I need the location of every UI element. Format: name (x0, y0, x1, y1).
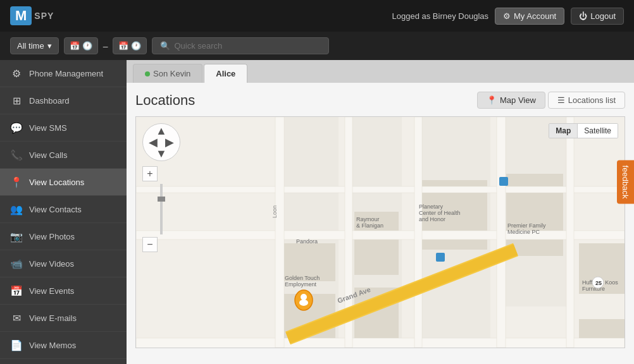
svg-rect-10 (506, 174, 563, 256)
time-range-label: All time (17, 41, 44, 51)
sidebar-item-view-contacts[interactable]: 👥 View Contacts (0, 196, 127, 223)
sidebar-label: View Photos (29, 232, 75, 241)
gear-icon: ⚙ (10, 67, 23, 80)
sidebar-item-view-emails[interactable]: ✉ View E-mails (0, 305, 127, 332)
svg-rect-29 (275, 117, 284, 348)
sidebar-item-view-locations[interactable]: 📍 View Locations (0, 169, 127, 196)
location-icon: 📍 (10, 176, 23, 188)
page-header: Locations 📍 Map View ☰ Locations list (135, 92, 625, 109)
page-title: Locations (135, 92, 195, 109)
map-type-map-button[interactable]: Map (549, 124, 577, 138)
logo-spy: SPY (34, 11, 54, 21)
map-svg: Grand Ave Queens Blvd 53rd Ave Golden To… (136, 117, 625, 348)
search-icon: 🔍 (160, 41, 170, 51)
sidebar-item-view-videos[interactable]: 📹 View Videos (0, 250, 127, 277)
map-view-label: Map View (500, 95, 536, 105)
svg-text:Planetary: Planetary (419, 203, 444, 210)
logged-as-label: Logged as Birney Douglas (392, 11, 489, 21)
tab-label: Alice (216, 69, 235, 78)
page-content: Locations 📍 Map View ☰ Locations list (127, 83, 634, 364)
svg-text:& Flanigan: & Flanigan (356, 222, 383, 229)
logout-label: Logout (590, 11, 616, 21)
clock-icon: 🕐 (131, 41, 141, 51)
zoom-slider[interactable] (160, 184, 163, 234)
contacts-icon: 👥 (10, 203, 23, 215)
sidebar-label: View Memos (29, 341, 76, 350)
map-view-button[interactable]: 📍 Map View (477, 92, 545, 109)
tab-label: Son Kevin (153, 69, 190, 78)
svg-text:Medicine PC: Medicine PC (507, 229, 540, 235)
sidebar-label: View Calls (29, 150, 67, 160)
tab-alice[interactable]: Alice (204, 64, 247, 83)
sidebar-label: View Events (29, 286, 74, 296)
logo: M SPY (10, 6, 54, 25)
svg-rect-32 (497, 117, 506, 348)
svg-rect-31 (414, 117, 422, 348)
zoom-out-button[interactable]: − (142, 237, 158, 252)
gear-icon: ⚙ (503, 11, 511, 21)
svg-rect-27 (136, 231, 625, 240)
zoom-in-button[interactable]: + (142, 166, 158, 181)
calendar-icon: 📅 (118, 41, 128, 51)
phone-icon: 📞 (10, 149, 23, 161)
sidebar-label: Phone Management (29, 69, 103, 78)
sidebar-item-view-sms[interactable]: 💬 View SMS (0, 114, 127, 142)
start-date-input[interactable]: 📅 🕐 (64, 37, 98, 54)
map-container[interactable]: Grand Ave Queens Blvd 53rd Ave Golden To… (135, 116, 625, 348)
date-separator: – (103, 41, 108, 51)
svg-point-79 (299, 300, 308, 306)
clock-icon: 🕐 (82, 41, 92, 51)
active-dot (145, 71, 150, 76)
logo-m: M (10, 6, 32, 25)
end-date-input[interactable]: 📅 🕐 (113, 37, 147, 54)
toolbar: All time ▾ 📅 🕐 – 📅 🕐 🔍 (0, 32, 634, 60)
sidebar-label: View Videos (29, 259, 74, 269)
svg-rect-33 (566, 117, 574, 348)
time-range-select[interactable]: All time ▾ (10, 37, 59, 54)
sidebar-label: Dashboard (29, 96, 70, 106)
sidebar-label: View Locations (29, 178, 84, 187)
svg-text:25: 25 (595, 280, 602, 286)
svg-rect-24 (136, 338, 625, 348)
map-type-satellite-button[interactable]: Satellite (578, 124, 618, 138)
sidebar: ⚙ Phone Management ⊞ Dashboard 💬 View SM… (0, 60, 127, 364)
main-layout: ⚙ Phone Management ⊞ Dashboard 💬 View SM… (0, 60, 634, 364)
my-account-button[interactable]: ⚙ My Account (495, 8, 564, 25)
list-icon: ☰ (557, 95, 565, 105)
map-type-controls: Map Satellite (549, 123, 618, 138)
sidebar-item-view-events[interactable]: 📅 View Events (0, 277, 127, 305)
sidebar-item-view-photos[interactable]: 📷 View Photos (0, 223, 127, 250)
chevron-down-icon: ▾ (47, 41, 52, 51)
view-toggle: 📍 Map View ☰ Locations list (477, 92, 625, 109)
video-icon: 📹 (10, 257, 23, 270)
sidebar-item-view-calls[interactable]: 📞 View Calls (0, 142, 127, 169)
nav-circle[interactable]: ▲ ◀▶ ▼ (142, 123, 180, 161)
svg-text:Center of Health: Center of Health (419, 210, 461, 216)
svg-rect-74 (499, 177, 508, 186)
zoom-controls: + − (142, 166, 180, 252)
sidebar-item-dashboard[interactable]: ⊞ Dashboard (0, 87, 127, 114)
search-input[interactable] (174, 41, 321, 51)
tab-son-kevin[interactable]: Son Kevin (133, 64, 202, 83)
power-icon: ⏻ (579, 11, 587, 21)
svg-text:Pandora: Pandora (296, 238, 318, 245)
logout-button[interactable]: ⏻ Logout (571, 8, 624, 25)
tabs-bar: Son Kevin Alice (127, 60, 634, 83)
list-view-button[interactable]: ☰ Locations list (548, 92, 625, 109)
quick-search-box[interactable]: 🔍 (152, 37, 329, 54)
svg-text:Premier Family: Premier Family (507, 222, 546, 229)
svg-text:Golden Touch: Golden Touch (285, 275, 320, 281)
feedback-tab[interactable]: feedback (617, 161, 634, 204)
email-icon: ✉ (10, 312, 23, 324)
header-right: Logged as Birney Douglas ⚙ My Account ⏻ … (392, 8, 624, 25)
sidebar-item-view-memos[interactable]: 📄 View Memos (0, 332, 127, 359)
svg-rect-28 (136, 186, 625, 193)
sidebar-item-phone-management[interactable]: ⚙ Phone Management (0, 60, 127, 87)
sidebar-label: View Contacts (29, 205, 82, 214)
zoom-handle[interactable] (158, 197, 165, 202)
sidebar-label: View E-mails (29, 313, 77, 323)
content-area: Son Kevin Alice Locations 📍 Map View ☰ L… (127, 60, 634, 364)
svg-text:Raymour: Raymour (356, 216, 380, 222)
svg-point-78 (301, 294, 307, 300)
calendar-icon: 📅 (70, 41, 80, 51)
